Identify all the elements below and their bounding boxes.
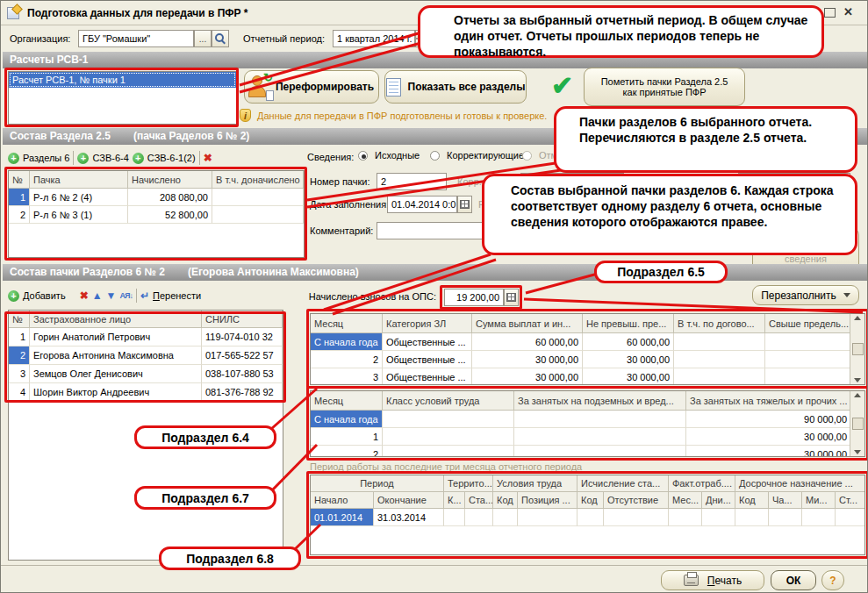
delete-icon[interactable]: ✖ bbox=[204, 152, 212, 164]
header-cell[interactable]: Ста... bbox=[465, 492, 493, 509]
calendar-icon bbox=[460, 200, 470, 209]
transfer-button[interactable]: ↵ Перенести bbox=[140, 289, 201, 302]
table-row[interactable]: 2 30 000,00 bbox=[311, 446, 864, 457]
radio-ishodnye[interactable]: Исходные bbox=[358, 150, 420, 161]
header-cell[interactable]: Дни... bbox=[702, 492, 735, 509]
table-row[interactable]: 4 Шорин Виктор Андреевич 081-376-788 92 bbox=[9, 383, 283, 402]
scroll-up-icon[interactable] bbox=[854, 393, 861, 397]
header-cell[interactable]: Месяц bbox=[311, 391, 383, 411]
table-row[interactable]: 3 Земцов Олег Денисович 038-107-880 53 bbox=[9, 365, 283, 383]
header-cell[interactable]: Код bbox=[493, 492, 518, 509]
header-cell[interactable]: Окончание bbox=[374, 492, 444, 509]
header-cell[interactable]: Позиция ... bbox=[518, 492, 577, 509]
header-cell[interactable]: № bbox=[9, 171, 30, 189]
organization-select-button[interactable]: ... bbox=[194, 30, 212, 47]
header-cell[interactable]: Начислено bbox=[128, 171, 212, 189]
header-cell[interactable]: Мес... bbox=[669, 492, 702, 509]
header-cell[interactable]: Отсутствие bbox=[604, 492, 669, 509]
move-down-icon[interactable]: ▼ bbox=[106, 289, 117, 302]
organization-label: Организация: bbox=[10, 33, 70, 44]
header-cell[interactable]: Месяц bbox=[311, 314, 383, 333]
scrollbar[interactable] bbox=[850, 314, 864, 384]
plus-icon: + bbox=[133, 153, 144, 164]
calendar-button[interactable] bbox=[457, 196, 472, 213]
show-all-sections-button[interactable]: Показать все разделы bbox=[384, 70, 527, 104]
refill-button[interactable]: Перезаполнить bbox=[752, 285, 859, 305]
add-person-button[interactable]: + Добавить bbox=[8, 290, 66, 302]
header-cell[interactable]: Ча... bbox=[769, 492, 802, 509]
mark-accepted-button[interactable]: Пометить пачки Раздела 2.5 как принятые … bbox=[584, 68, 745, 106]
header-cell[interactable]: Код bbox=[577, 492, 604, 509]
header-cell[interactable]: В т.ч. доначислено bbox=[212, 171, 304, 189]
header-cell[interactable]: СНИЛС bbox=[202, 311, 283, 328]
section25-toolbar: + Разделы 6 + СЗВ-6-4 + СЗВ-6-1(2) ✖ bbox=[8, 149, 212, 167]
header-cell[interactable]: Класс условий труда bbox=[383, 391, 514, 411]
pack-number-input[interactable]: 2 bbox=[377, 173, 447, 190]
move-up-icon[interactable]: ▲ bbox=[92, 289, 103, 302]
scroll-down-icon[interactable] bbox=[854, 450, 861, 454]
close-icon[interactable]: ✕ bbox=[843, 5, 853, 18]
radio-icon bbox=[522, 151, 532, 161]
group-header-cell[interactable]: Досрочное назначение ... bbox=[735, 475, 865, 492]
table-row[interactable]: 2 Р-л 6 № 3 (1) 52 800,00 bbox=[9, 206, 304, 224]
table-row[interactable]: 1 Р-л 6 № 2 (4) 208 080,00 bbox=[9, 189, 304, 206]
table-row[interactable]: 1 30 000,00 bbox=[311, 428, 864, 446]
help-button[interactable]: ? bbox=[821, 570, 844, 590]
table-row[interactable]: 1 Горин Анатолий Петрович 119-074-010 32 bbox=[9, 328, 283, 347]
radio-korrektiruyushchie[interactable]: Корректирующие bbox=[430, 150, 524, 161]
delete-icon[interactable]: ✖ bbox=[80, 289, 89, 302]
header-cell[interactable]: К... bbox=[444, 492, 465, 509]
organization-search-button[interactable] bbox=[212, 30, 229, 47]
callout-reports: Отчеты за выбранный отчетный период. В о… bbox=[418, 5, 824, 58]
scroll-thumb[interactable] bbox=[852, 343, 864, 355]
header-cell[interactable]: № bbox=[9, 311, 30, 328]
header-cell[interactable]: Категория ЗЛ bbox=[383, 314, 472, 333]
header-cell[interactable]: Не превыш. пре... bbox=[583, 314, 674, 333]
scrollbar[interactable] bbox=[850, 391, 864, 456]
header-cell[interactable]: В т.ч. по догово... bbox=[674, 314, 765, 333]
table-row[interactable]: 3 Общественные ... 30 000,00 30 000,00 bbox=[311, 368, 864, 385]
header-cell[interactable]: Ми... bbox=[802, 492, 836, 509]
ok-button[interactable]: ОК bbox=[771, 570, 816, 590]
rsv1-list-item[interactable]: Расчет РСВ-1, № пачки 1 bbox=[9, 72, 236, 88]
table-row[interactable]: С начала года 90 000,00 bbox=[311, 411, 864, 428]
group-header-cell[interactable]: Факт.отраб.... bbox=[669, 475, 735, 492]
group-header-cell[interactable]: Исчисление ста... bbox=[577, 475, 669, 492]
header-cell[interactable]: Ст... bbox=[836, 492, 865, 509]
add-szv61-button[interactable]: + СЗВ-6-1(2) bbox=[133, 153, 196, 164]
table-row[interactable]: 2 Егорова Антонина Максимовна 017-565-52… bbox=[9, 347, 283, 365]
table-row[interactable]: 01.01.2014 31.03.2014 bbox=[311, 509, 864, 526]
group-header-cell[interactable]: Период bbox=[311, 475, 444, 492]
sort-icon[interactable]: АЯ↓ bbox=[119, 291, 132, 300]
restore-icon[interactable] bbox=[824, 8, 836, 18]
add-szv64-button[interactable]: + СЗВ-6-4 bbox=[77, 153, 128, 164]
report-period-input[interactable]: 1 квартал 2014 г. bbox=[333, 30, 415, 47]
header-cell[interactable]: Пачка bbox=[30, 171, 128, 189]
document-icon bbox=[386, 78, 401, 96]
ops-accrued-input[interactable]: 19 200,00 bbox=[444, 289, 504, 306]
group-header-cell[interactable]: Террито... bbox=[444, 475, 493, 492]
header-cell[interactable]: Свыше предель... bbox=[765, 314, 851, 333]
calc-button[interactable] bbox=[504, 289, 519, 306]
header-cell[interactable]: Начало bbox=[311, 492, 374, 509]
organization-input[interactable]: ГБУ "Ромашки" bbox=[78, 30, 194, 47]
add-sections6-button[interactable]: + Разделы 6 bbox=[8, 153, 69, 164]
ops-accrued-label: Начислено взносов на ОПС: bbox=[299, 291, 436, 302]
header-cell[interactable]: Код bbox=[735, 492, 769, 509]
header-cell[interactable]: За занятых на подземных и вред... bbox=[514, 391, 686, 411]
fill-date-input[interactable]: 01.04.2014 0:0 bbox=[387, 196, 457, 213]
print-button[interactable]: Печать bbox=[661, 570, 764, 590]
printer-icon bbox=[684, 575, 699, 586]
scroll-thumb[interactable] bbox=[852, 418, 864, 430]
scroll-down-icon[interactable] bbox=[854, 378, 861, 382]
group-header-cell[interactable]: Условия труда bbox=[493, 475, 577, 492]
header-cell[interactable]: Застрахованное лицо bbox=[30, 311, 202, 328]
rsv1-list[interactable]: Расчет РСВ-1, № пачки 1 bbox=[8, 71, 237, 125]
header-cell[interactable]: За занятых на тяжелых и прочих ... bbox=[686, 391, 851, 411]
header-cell[interactable]: Сумма выплат и ин... bbox=[472, 314, 583, 333]
subsection67-table: Месяц Класс условий труда За занятых на … bbox=[310, 390, 865, 457]
table-row[interactable]: 2 Общественные ... 30 000,00 30 000,00 bbox=[311, 351, 864, 368]
scroll-up-icon[interactable] bbox=[854, 316, 861, 320]
reform-button[interactable]: ↻ Переформировать bbox=[244, 70, 379, 104]
table-row[interactable]: С начала года Общественные ... 60 000,00… bbox=[311, 333, 864, 351]
